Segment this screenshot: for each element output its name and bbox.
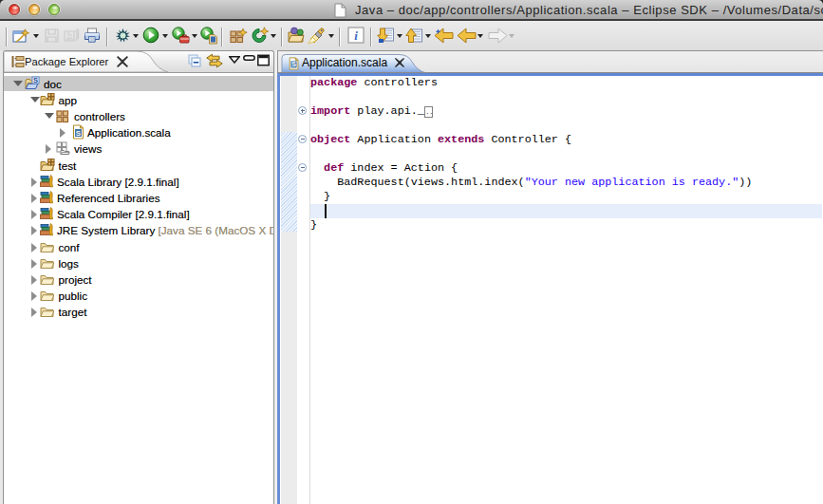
svg-text:i: i [354, 28, 358, 43]
